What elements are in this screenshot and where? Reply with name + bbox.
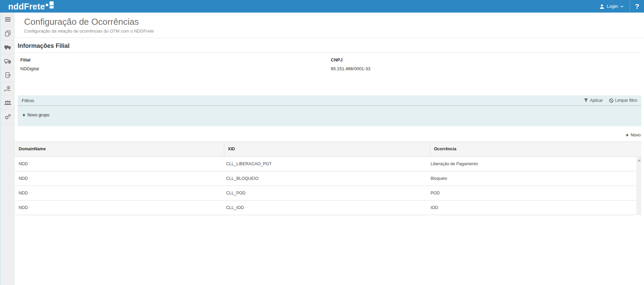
cell-xid: CLL_IOD xyxy=(223,201,427,215)
table-scrollbar[interactable] xyxy=(636,157,641,215)
plus-icon: + xyxy=(626,133,629,137)
new-occurrence-label: Novo xyxy=(631,133,641,137)
logo-text: nddFrete xyxy=(8,1,45,12)
page-header: Configuração de Ocorrências Configuração… xyxy=(15,13,644,38)
slash-circle-icon xyxy=(609,98,613,103)
funnel-icon xyxy=(584,98,588,102)
filial-field: Filial NDDigital xyxy=(20,57,331,71)
sidebar-item-menu[interactable] xyxy=(1,13,14,26)
table-row[interactable]: NDD CLL_POD POD xyxy=(15,186,636,201)
cnpj-value: 65.151.466/0001-33 xyxy=(331,66,641,71)
top-bar: nddFrete Login ? xyxy=(0,0,644,13)
column-header-ocorrencia[interactable]: Ocorrência xyxy=(430,142,641,156)
table-row[interactable]: NDD CLL_IOD IOD xyxy=(15,201,636,215)
column-header-xid[interactable]: XID xyxy=(224,142,430,156)
delivery-truck-icon xyxy=(4,58,12,64)
sidebar-item-payment[interactable]: $ xyxy=(1,82,14,96)
cell-xid: CLL_LIBERACAO_PGT xyxy=(223,157,427,171)
branch-info-title: Informações Filial xyxy=(18,38,641,53)
cnpj-label: CNPJ xyxy=(331,57,641,62)
occurrences-table: DomainName XID Ocorrência NDD CLL_LIBERA… xyxy=(15,141,641,215)
login-menu[interactable]: Login xyxy=(593,0,630,13)
apply-filter-label: Aplicar xyxy=(590,98,603,103)
filters-title: Filtros xyxy=(22,98,34,103)
new-group-button[interactable]: + Novo grupo xyxy=(22,113,49,117)
sidebar-item-export[interactable] xyxy=(1,68,14,82)
cell-ocorrencia: IOD xyxy=(427,201,636,215)
cell-domainname: NDD xyxy=(15,201,223,215)
chevron-down-icon xyxy=(620,5,624,7)
filial-value: NDDigital xyxy=(20,66,331,71)
login-label: Login xyxy=(607,4,618,9)
new-group-label: Novo grupo xyxy=(27,113,50,117)
page-title: Configuração de Ocorrências xyxy=(24,16,641,27)
cell-ocorrencia: Bloqueio xyxy=(427,171,636,186)
table-row[interactable]: NDD CLL_BLOQUEIO Bloqueio xyxy=(15,171,636,186)
apply-filter-button[interactable]: Aplicar xyxy=(584,98,603,103)
filters-panel: Filtros Aplicar Limpar filtro xyxy=(18,95,641,126)
help-button[interactable]: ? xyxy=(630,0,644,13)
main-content: Configuração de Ocorrências Configuração… xyxy=(15,13,644,285)
documents-icon xyxy=(4,30,11,37)
page-subtitle: Configuração da relação de ocorrências d… xyxy=(24,28,641,34)
cell-domainname: NDD xyxy=(15,157,223,171)
branch-info-fields: Filial NDDigital CNPJ 65.151.466/0001-33 xyxy=(18,53,641,71)
settings-gears-icon xyxy=(4,113,12,120)
table-toolbar: + Novo xyxy=(17,126,641,141)
plus-icon: + xyxy=(22,113,25,117)
table-body: NDD CLL_LIBERACAO_PGT Liberação de Pagam… xyxy=(15,157,641,215)
sidebar-item-documents[interactable] xyxy=(1,26,14,40)
users-icon xyxy=(4,100,12,106)
sidebar-item-users[interactable] xyxy=(1,96,14,110)
sidebar-item-delivery-truck[interactable] xyxy=(1,54,14,68)
left-sidebar: $ xyxy=(1,13,15,285)
cnpj-field: CNPJ 65.151.466/0001-33 xyxy=(331,57,641,71)
cell-domainname: NDD xyxy=(15,186,223,200)
cell-ocorrencia: POD xyxy=(427,186,636,200)
column-header-domainname[interactable]: DomainName xyxy=(15,142,224,156)
scroll-grip-icon xyxy=(638,159,640,162)
cell-xid: CLL_BLOQUEIO xyxy=(223,171,427,186)
ndd-squares-icon xyxy=(46,1,54,9)
new-occurrence-button[interactable]: + Novo xyxy=(626,133,641,137)
table-row[interactable]: NDD CLL_LIBERACAO_PGT Liberação de Pagam… xyxy=(15,157,636,171)
cell-xid: CLL_POD xyxy=(223,186,427,200)
cell-ocorrencia: Liberação de Pagamento xyxy=(427,157,636,171)
table-header-row: DomainName XID Ocorrência xyxy=(15,142,641,157)
clear-filter-label: Limpar filtro xyxy=(615,98,637,103)
menu-icon xyxy=(5,17,11,22)
sidebar-item-settings[interactable] xyxy=(1,110,14,124)
sidebar-item-truck[interactable] xyxy=(1,40,14,54)
clear-filter-button[interactable]: Limpar filtro xyxy=(609,98,637,103)
export-document-icon xyxy=(4,72,11,78)
nddfrete-logo[interactable]: nddFrete xyxy=(8,1,54,12)
payment-hand-icon: $ xyxy=(4,86,12,92)
cell-domainname: NDD xyxy=(15,171,223,186)
user-icon xyxy=(600,4,604,9)
filial-label: Filial xyxy=(20,57,331,62)
filters-body: + Novo grupo xyxy=(18,106,641,126)
truck-icon xyxy=(4,44,12,50)
filters-header: Filtros Aplicar Limpar filtro xyxy=(18,95,641,106)
svg-text:$: $ xyxy=(8,87,9,89)
